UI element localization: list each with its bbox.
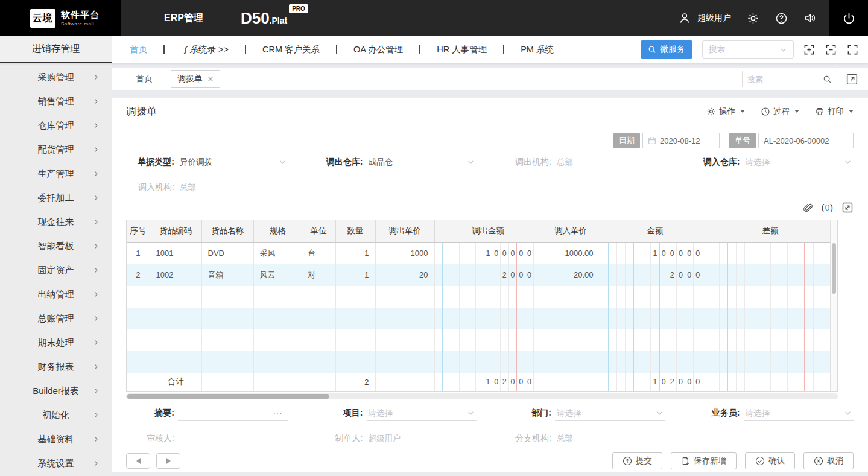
cell-unit[interactable] <box>302 373 335 391</box>
sidebar-item[interactable]: 销售管理 <box>0 89 112 113</box>
vertical-scrollbar-thumb[interactable] <box>832 243 836 294</box>
cell-code[interactable] <box>150 286 201 308</box>
salesman-select[interactable]: 请选择 <box>744 405 854 421</box>
cell-spec[interactable] <box>253 308 302 329</box>
cell-spec[interactable] <box>253 351 302 373</box>
cell-qty[interactable] <box>335 286 375 308</box>
cell-out_amount[interactable] <box>434 351 542 373</box>
cell-diff[interactable] <box>711 308 830 329</box>
fullscreen-button[interactable] <box>847 44 858 56</box>
attachment-button[interactable] <box>803 203 813 213</box>
cell-amount[interactable] <box>600 286 711 308</box>
cell-in_price[interactable]: 1000.00 <box>542 242 600 264</box>
nav-link[interactable]: OA 办公管理 <box>337 44 419 56</box>
date-input[interactable]: 2020-08-12 <box>642 133 720 148</box>
logout-button[interactable] <box>829 0 868 36</box>
cell-name[interactable] <box>201 373 253 391</box>
zoom-out-button[interactable] <box>825 44 837 56</box>
project-select[interactable]: 请选择 <box>367 405 477 421</box>
cell-spec[interactable] <box>253 286 302 308</box>
cell-diff[interactable] <box>711 351 830 373</box>
cell-name[interactable] <box>201 329 253 351</box>
cell-seq[interactable] <box>127 329 150 351</box>
in-warehouse-select[interactable]: 请选择 <box>744 154 854 170</box>
cell-amount[interactable]: 102000 <box>600 373 711 391</box>
cell-seq[interactable]: 2 <box>127 264 150 286</box>
cell-qty[interactable]: 1 <box>335 264 375 286</box>
cell-out_amount[interactable] <box>434 286 542 308</box>
cell-out_price[interactable] <box>375 351 434 373</box>
nav-link[interactable]: PM 系统 <box>504 44 570 56</box>
cell-diff[interactable] <box>711 242 830 264</box>
tab-document[interactable]: 调拨单 <box>171 70 220 88</box>
cell-qty[interactable]: 1 <box>335 242 375 264</box>
cell-qty[interactable] <box>335 329 375 351</box>
cell-diff[interactable] <box>711 264 830 286</box>
sidebar-item[interactable]: 出纳管理 <box>0 282 112 306</box>
nav-link[interactable]: CRM 客户关系 <box>246 44 336 56</box>
cell-code[interactable]: 合计 <box>150 373 201 391</box>
cell-out_price[interactable]: 20 <box>375 264 434 286</box>
new-window-button[interactable] <box>846 73 858 86</box>
cell-amount[interactable] <box>600 351 711 373</box>
logo[interactable]: 云境 软件平台 Software mall <box>0 0 121 36</box>
cell-unit[interactable]: 台 <box>302 242 335 264</box>
cell-out_price[interactable] <box>375 308 434 329</box>
cell-unit[interactable] <box>302 351 335 373</box>
sidebar-item[interactable]: 初始化 <box>0 403 112 427</box>
cell-in_price[interactable] <box>542 308 600 329</box>
cell-seq[interactable] <box>127 351 150 373</box>
cell-in_price[interactable] <box>542 329 600 351</box>
tab-search-input[interactable] <box>747 75 819 84</box>
cell-in_price[interactable]: 20.00 <box>542 264 600 286</box>
cancel-button[interactable]: 取消 <box>803 452 854 469</box>
sidebar-item[interactable]: 配货管理 <box>0 138 112 162</box>
cell-seq[interactable] <box>127 373 150 391</box>
department-select[interactable]: 请选择 <box>555 405 665 421</box>
sidebar-item[interactable]: 采购管理 <box>0 65 112 89</box>
cell-spec[interactable] <box>253 329 302 351</box>
sidebar-item[interactable]: 系统设置 <box>0 451 112 475</box>
cell-seq[interactable]: 1 <box>127 242 150 264</box>
cell-diff[interactable] <box>711 329 830 351</box>
printer-action-button[interactable]: 打印 <box>815 106 854 117</box>
gear-action-button[interactable]: 操作 <box>706 106 745 117</box>
cell-diff[interactable] <box>711 286 830 308</box>
docno-input[interactable]: AL-2020-06-00002 <box>758 133 854 148</box>
cell-amount[interactable]: 100000 <box>600 242 711 264</box>
sidebar-item[interactable]: 期末处理 <box>0 331 112 355</box>
save-button[interactable]: 保存新增 <box>671 452 737 469</box>
cell-name[interactable] <box>201 286 253 308</box>
cell-out_amount[interactable] <box>434 329 542 351</box>
nav-link[interactable]: 首页 <box>130 44 163 56</box>
cell-amount[interactable] <box>600 329 711 351</box>
prev-record-button[interactable] <box>126 453 150 469</box>
cell-code[interactable]: 1001 <box>150 242 201 264</box>
confirm-button[interactable]: 确认 <box>745 452 795 469</box>
cell-unit[interactable]: 对 <box>302 264 335 286</box>
sidebar-item[interactable]: 总账管理 <box>0 306 112 331</box>
cell-out_price[interactable] <box>375 329 434 351</box>
nav-link[interactable]: HR 人事管理 <box>420 44 503 56</box>
doc-type-select[interactable]: 异价调拨 <box>178 154 288 170</box>
cell-in_price[interactable] <box>542 351 600 373</box>
horizontal-scrollbar-thumb[interactable] <box>127 394 329 399</box>
cell-out_amount[interactable]: 102000 <box>434 373 542 391</box>
cell-spec[interactable] <box>253 373 302 391</box>
cell-out_price[interactable] <box>375 373 434 391</box>
clock-action-button[interactable]: 过程 <box>761 106 799 117</box>
cell-seq[interactable] <box>127 308 150 329</box>
search-icon[interactable] <box>823 75 832 84</box>
out-warehouse-select[interactable]: 成品仓 <box>367 154 477 170</box>
cell-code[interactable] <box>150 329 201 351</box>
cell-spec[interactable]: 采风 <box>253 242 302 264</box>
sidebar-item[interactable]: 生产管理 <box>0 162 112 186</box>
more-button[interactable]: ··· <box>273 408 283 417</box>
global-search-select[interactable]: 搜索 <box>702 40 794 59</box>
cell-spec[interactable]: 风云 <box>253 264 302 286</box>
cell-out_amount[interactable]: 2000 <box>434 264 542 286</box>
zoom-in-button[interactable] <box>803 44 815 56</box>
nav-link[interactable]: 子系统录 >> <box>165 44 245 56</box>
sidebar-item[interactable]: 固定资产 <box>0 258 112 282</box>
sidebar-item[interactable]: 委托加工 <box>0 186 112 210</box>
